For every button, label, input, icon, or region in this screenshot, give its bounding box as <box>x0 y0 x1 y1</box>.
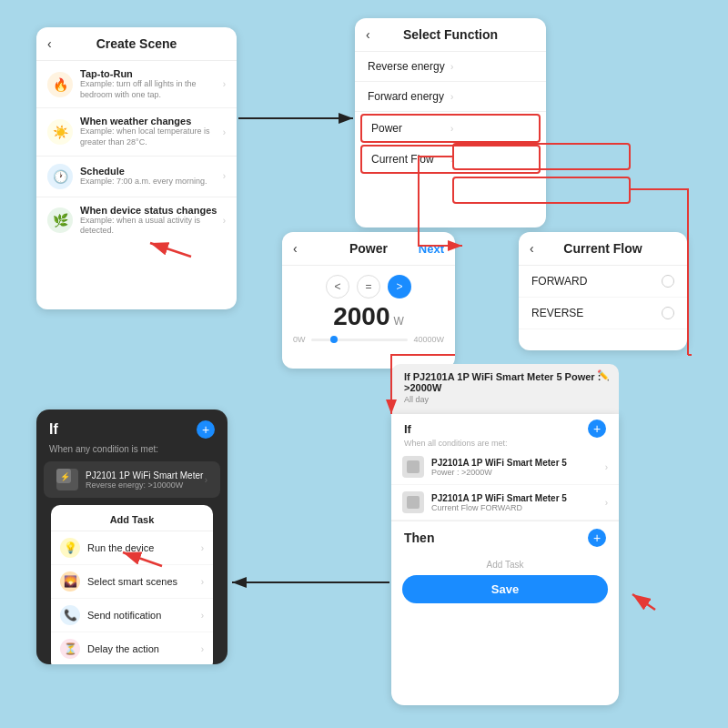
menu-title-weather: When weather changes <box>80 116 223 126</box>
svg-rect-0 <box>407 460 420 473</box>
menu-icon-tap-to-run: 🔥 <box>47 72 73 97</box>
task-label-2: Send notification <box>87 610 201 621</box>
add-task-label: Add Task <box>391 554 619 575</box>
dark-title: If <box>49 421 58 438</box>
power-controls: < = > <box>282 266 455 302</box>
menu-text-schedule: Schedule Example: 7:00 a.m. every mornin… <box>80 166 223 187</box>
power-value: 2000 <box>333 302 389 331</box>
if-device-name-1: PJ2101A 1P WiFi Smart Meter 5 <box>431 493 605 503</box>
save-button[interactable]: Save <box>402 575 608 603</box>
back-arrow-create[interactable]: ‹ <box>47 36 52 51</box>
menu-text-tap-to-run: Tap-to-Run Example: turn off all lights … <box>80 68 223 100</box>
task-item-3[interactable]: ⏳ Delay the action › <box>51 632 213 664</box>
task-chevron-1: › <box>201 577 204 587</box>
select-item-3[interactable]: Current Flow› <box>360 145 541 174</box>
dark-device-sub: Reverse energy: >10000W <box>86 480 205 490</box>
slider-track[interactable] <box>311 339 409 341</box>
select-function-header: ‹ Select Function <box>355 18 546 52</box>
menu-subtitle-device-status: Example: when a usual activity is detect… <box>80 216 223 237</box>
if-device-icon-0 <box>402 456 424 478</box>
flow-item-0[interactable]: FORWARD <box>519 266 687 298</box>
edit-icon[interactable]: ✏️ <box>597 369 610 381</box>
dark-device-text: PJ2101 1P WiFi Smart Meter Reverse energ… <box>86 470 205 490</box>
select-item-1[interactable]: Forward energy› <box>355 82 546 112</box>
dark-device-item[interactable]: ⚡ PJ2101 1P WiFi Smart Meter Reverse ene… <box>44 461 220 498</box>
if-label: If <box>404 422 411 436</box>
dark-add-btn[interactable]: + <box>197 420 215 439</box>
add-task-title: Add Task <box>51 511 213 531</box>
select-item-0[interactable]: Reverse energy› <box>355 52 546 82</box>
slider-min: 0W <box>293 335 306 344</box>
flow-radio-0[interactable] <box>662 275 674 288</box>
create-item-device-status[interactable]: 🌿 When device status changes Example: wh… <box>36 197 237 244</box>
if-device-row-0[interactable]: PJ2101A 1P WiFi Smart Meter 5 Power : >2… <box>391 450 619 485</box>
if-devices-list: PJ2101A 1P WiFi Smart Meter 5 Power : >2… <box>391 450 619 521</box>
less-than-btn[interactable]: < <box>326 275 349 298</box>
task-chevron-3: › <box>201 644 204 654</box>
task-icon-0: 💡 <box>60 538 80 558</box>
power-unit: W <box>393 315 403 328</box>
slider-thumb[interactable] <box>330 336 338 343</box>
select-function-panel: ‹ Select Function Reverse energy›Forward… <box>355 18 546 228</box>
if-condition-header: If PJ2101A 1P WiFi Smart Meter 5 Power :… <box>391 364 619 414</box>
flow-item-1[interactable]: REVERSE <box>519 298 687 329</box>
power-value-row: 2000 W <box>282 302 455 331</box>
task-chevron-2: › <box>201 611 204 621</box>
menu-subtitle-schedule: Example: 7:00 a.m. every morning. <box>80 177 223 187</box>
menu-chevron-schedule: › <box>223 171 226 181</box>
func-chevron-1: › <box>450 92 533 102</box>
back-arrow-flow[interactable]: ‹ <box>530 241 534 256</box>
task-item-1[interactable]: 🌄 Select smart scenes › <box>51 565 213 599</box>
task-label-3: Delay the action <box>87 643 201 654</box>
if-device-sub-0: Power : >2000W <box>431 468 605 477</box>
if-subtitle: When all conditions are met: <box>404 439 606 448</box>
dark-header: If + <box>36 410 228 444</box>
greater-than-btn[interactable]: > <box>388 275 411 298</box>
back-arrow-select[interactable]: ‹ <box>366 27 370 42</box>
back-arrow-power[interactable]: ‹ <box>293 241 298 256</box>
menu-chevron-tap-to-run: › <box>223 79 226 89</box>
if-device-name-0: PJ2101A 1P WiFi Smart Meter 5 <box>431 458 605 468</box>
flow-label-1: REVERSE <box>531 307 662 319</box>
dark-subtitle: When any condition is met: <box>36 444 228 461</box>
menu-text-device-status: When device status changes Example: when… <box>80 205 223 237</box>
if-device-chevron-0: › <box>605 462 608 472</box>
func-chevron-3: › <box>450 155 530 165</box>
flow-label-0: FORWARD <box>531 275 662 288</box>
then-add-btn[interactable]: + <box>588 529 606 547</box>
flow-items-list: FORWARDREVERSE <box>519 266 687 329</box>
func-label-1: Forward energy <box>368 90 450 103</box>
task-item-2[interactable]: 📞 Send notification › <box>51 599 213 632</box>
dark-device-icon: ⚡ <box>56 469 78 490</box>
select-items-list: Reverse energy›Forward energy›Power›Curr… <box>355 52 546 174</box>
equals-btn[interactable]: = <box>357 275 380 298</box>
create-scene-header: ‹ Create Scene <box>36 27 237 61</box>
if-row: If + <box>404 420 606 438</box>
add-task-container: Add Task 💡 Run the device › 🌄 Select sma… <box>44 505 220 664</box>
if-device-sub-1: Current Flow FORWARD <box>431 503 605 512</box>
create-item-weather[interactable]: ☀️ When weather changes Example: when lo… <box>36 108 237 156</box>
if-section-header: If + When all conditions are met: <box>391 414 619 450</box>
task-icon-1: 🌄 <box>60 571 80 592</box>
if-device-row-1[interactable]: PJ2101A 1P WiFi Smart Meter 5 Current Fl… <box>391 485 619 521</box>
task-chevron-0: › <box>201 543 204 553</box>
if-add-btn[interactable]: + <box>588 420 606 438</box>
if-header-title: If PJ2101A 1P WiFi Smart Meter 5 Power :… <box>404 371 606 393</box>
menu-subtitle-weather: Example: when local temperature is great… <box>80 126 223 147</box>
if-header-content: If PJ2101A 1P WiFi Smart Meter 5 Power :… <box>391 364 619 411</box>
create-item-schedule[interactable]: 🕐 Schedule Example: 7:00 a.m. every morn… <box>36 157 237 197</box>
menu-subtitle-tap-to-run: Example: turn off all lights in the bedr… <box>80 79 223 100</box>
select-function-title: Select Function <box>403 27 498 42</box>
then-row: Then + <box>391 521 619 554</box>
task-item-0[interactable]: 💡 Run the device › <box>51 531 213 565</box>
power-title: Power <box>349 241 388 256</box>
create-item-tap-to-run[interactable]: 🔥 Tap-to-Run Example: turn off all light… <box>36 61 237 108</box>
select-item-2[interactable]: Power› <box>360 114 541 143</box>
power-panel: ‹ Power Next < = > 2000 W 0W 40000W <box>282 232 455 369</box>
flow-title: Current Flow <box>563 241 642 256</box>
task-label-0: Run the device <box>87 542 201 553</box>
menu-chevron-device-status: › <box>223 216 226 226</box>
flow-radio-1[interactable] <box>662 307 674 319</box>
power-next-btn[interactable]: Next <box>419 242 444 256</box>
func-label-2: Power <box>371 122 450 135</box>
